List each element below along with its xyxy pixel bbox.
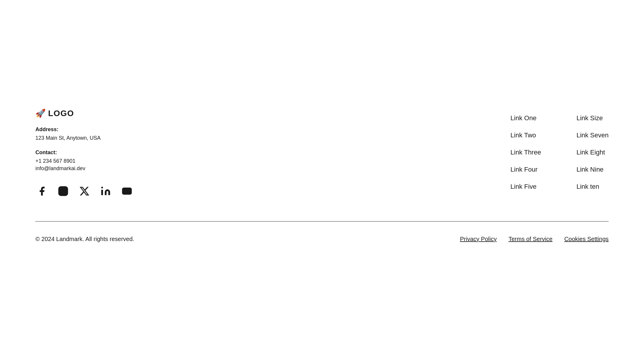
privacy-policy-link[interactable]: Privacy Policy — [460, 236, 497, 243]
footer-left: 🚀 LOGO Address: 123 Main St, Anytown, US… — [35, 108, 133, 198]
footer-bottom: © 2024 Landmark. All rights reserved. Pr… — [35, 236, 609, 243]
nav-link-eight[interactable]: Link Eight — [576, 149, 609, 156]
nav-column-1: Link One Link Two Link Three Link Four L… — [511, 114, 541, 191]
nav-link-five[interactable]: Link Five — [511, 183, 541, 191]
contact-section: Contact: +1 234 567 8901 info@landmarkai… — [35, 149, 133, 172]
nav-link-three[interactable]: Link Three — [511, 149, 541, 156]
nav-link-two[interactable]: Link Two — [511, 131, 541, 139]
youtube-icon[interactable] — [120, 185, 133, 198]
contact-label: Contact: — [35, 149, 133, 156]
logo-emoji: 🚀 — [35, 108, 46, 118]
facebook-icon[interactable] — [35, 185, 48, 198]
instagram-icon[interactable] — [57, 185, 70, 198]
nav-link-ten[interactable]: Link ten — [576, 183, 609, 191]
contact-lines: +1 234 567 8901 info@landmarkai.dev — [35, 158, 133, 172]
terms-of-service-link[interactable]: Terms of Service — [509, 236, 553, 243]
nav-link-nine[interactable]: Link Nine — [576, 166, 609, 173]
nav-link-seven[interactable]: Link Seven — [576, 131, 609, 139]
footer-nav: Link One Link Two Link Three Link Four L… — [511, 108, 609, 191]
legal-links: Privacy Policy Terms of Service Cookies … — [460, 236, 609, 243]
svg-point-1 — [61, 189, 65, 193]
contact-email: info@landmarkai.dev — [35, 165, 133, 172]
nav-column-2: Link Size Link Seven Link Eight Link Nin… — [576, 114, 609, 191]
address-label: Address: — [35, 126, 133, 133]
address-value: 123 Main St, Anytown, USA — [35, 135, 133, 141]
logo-area: 🚀 LOGO — [35, 108, 133, 118]
page-wrapper: 🚀 LOGO Address: 123 Main St, Anytown, US… — [0, 0, 644, 345]
footer-main: 🚀 LOGO Address: 123 Main St, Anytown, US… — [35, 108, 609, 221]
contact-phone: +1 234 567 8901 — [35, 158, 133, 164]
svg-point-2 — [65, 188, 66, 189]
nav-link-one[interactable]: Link One — [511, 114, 541, 122]
copyright-text: © 2024 Landmark. All rights reserved. — [35, 236, 134, 243]
linkedin-icon[interactable] — [99, 185, 112, 198]
nav-link-size[interactable]: Link Size — [576, 114, 609, 122]
cookies-settings-link[interactable]: Cookies Settings — [564, 236, 609, 243]
nav-link-four[interactable]: Link Four — [511, 166, 541, 173]
address-section: Address: 123 Main St, Anytown, USA — [35, 126, 133, 141]
footer: 🚀 LOGO Address: 123 Main St, Anytown, US… — [0, 85, 644, 260]
footer-divider — [35, 221, 609, 222]
svg-point-3 — [101, 187, 103, 188]
x-twitter-icon[interactable] — [78, 185, 91, 198]
logo-text: LOGO — [48, 109, 74, 118]
social-icons — [35, 185, 133, 198]
